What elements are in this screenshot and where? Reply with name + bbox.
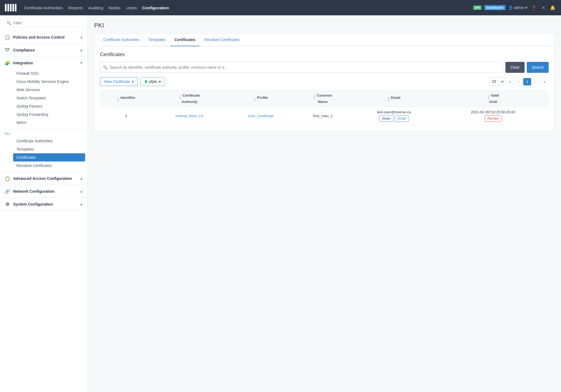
system-label: System Configuration — [13, 202, 53, 206]
clear-button[interactable]: Clear — [505, 62, 524, 73]
bell-icon[interactable]: 🔔 — [549, 4, 557, 11]
user-label: admin — [514, 5, 524, 10]
sidebar-header-system[interactable]: ⚙ System Configuration ▲ — [0, 198, 87, 211]
sidebar-item-certificate-authorities[interactable]: Certificate Authorities — [13, 137, 85, 145]
sidebar-section-compliance: 🛡 Compliance ▲ — [0, 44, 87, 57]
email-value: test-user@inverse.ca — [353, 110, 435, 114]
svg-rect-0 — [5, 4, 7, 11]
nav-configuration[interactable]: Configuration — [142, 4, 169, 11]
search-input-wrap: 🔍 — [100, 62, 503, 73]
sidebar-header-integration[interactable]: 🧩 Integration ▼ — [0, 57, 87, 69]
logo[interactable] — [4, 3, 18, 13]
tab-revoked-certificates[interactable]: Revoked Certificates — [200, 34, 244, 46]
policies-chevron-icon: ▲ — [80, 35, 83, 39]
tab-certificate-authorities[interactable]: Certificate Authorities — [99, 34, 144, 46]
advanced-chevron-icon: ▲ — [80, 177, 83, 180]
svg-rect-2 — [10, 4, 12, 11]
page-current-button[interactable]: 1 — [523, 78, 531, 85]
search-input[interactable] — [110, 65, 500, 70]
sort-profile-icon: ▲▼ — [253, 97, 256, 102]
sidebar-header-policies[interactable]: 📋 Policies and Access Control ▲ — [0, 31, 87, 44]
nav-status[interactable]: Certificate Authorities — [24, 4, 63, 11]
policies-icon: 📋 — [4, 34, 10, 40]
pfpki-label: pfpki — [149, 79, 157, 84]
new-cert-chevron-icon: ▾ — [132, 79, 134, 84]
network-icon: 🔗 — [4, 188, 10, 194]
table-row: 2 Inverse_Root_CA User_Certificate Test_… — [100, 107, 549, 125]
network-chevron-icon: ▲ — [80, 189, 83, 193]
page-next-button[interactable]: › — [532, 78, 539, 85]
sidebar-item-certificates[interactable]: Certificates — [13, 153, 85, 162]
help-icon[interactable]: ❓ — [530, 4, 538, 11]
tab-certificates[interactable]: Certificates — [170, 34, 200, 46]
email-button[interactable]: Email — [395, 115, 409, 122]
panel-title: Certificates — [100, 52, 549, 57]
network-label: Network Configuration — [13, 189, 55, 194]
sort-ca-icon: ▲▼ — [179, 95, 181, 100]
sidebar-section-integration: 🧩 Integration ▼ Firewall SSO Cisco Mobil… — [0, 57, 87, 129]
sidebar-item-wrix[interactable]: WRIX — [13, 119, 85, 127]
page-last-button[interactable]: » — [541, 78, 549, 85]
toolbar-row: New Certificate ▾ pfpki ▾ 25 50 100 — [100, 77, 549, 86]
sidebar-item-templates[interactable]: Templates — [13, 145, 85, 153]
sidebar-section-policies: 📋 Policies and Access Control ▲ — [0, 31, 87, 44]
ca-link[interactable]: Inverse_Root_CA — [175, 114, 204, 118]
sidebar-header-advanced[interactable]: 📋 Advanced Access Configuration ▲ — [0, 172, 87, 185]
cell-profile: User_Certificate — [227, 107, 295, 125]
nav-reports[interactable]: Reports — [68, 4, 83, 11]
col-certificate-authority[interactable]: ▲▼CertificateAuthority — [152, 91, 227, 107]
cell-identifier: 2 — [100, 107, 152, 125]
sidebar-item-syslog-parsers[interactable]: Syslog Parsers — [13, 102, 85, 110]
page-title: PKI — [94, 22, 554, 29]
dashboard-badge[interactable]: dashboard — [484, 5, 505, 10]
col-profile[interactable]: ▲▼Profile — [227, 91, 295, 107]
page-size-select[interactable]: 25 50 100 — [489, 77, 505, 86]
pki-group-label: PKI — [0, 129, 87, 137]
col-valid-until[interactable]: ▲▼ValidUntil — [437, 91, 549, 107]
col-email[interactable]: ▲▼Email — [351, 91, 437, 107]
pfpki-button[interactable]: pfpki ▾ — [141, 77, 165, 86]
col-common-name[interactable]: ▲▼CommonName — [295, 91, 350, 107]
sidebar-item-cisco[interactable]: Cisco Mobility Services Engine — [13, 77, 85, 86]
sidebar-header-network[interactable]: 🔗 Network Configuration ▲ — [0, 185, 87, 198]
sidebar-item-syslog-forwarding[interactable]: Syslog Forwarding — [13, 110, 85, 119]
advanced-label: Advanced Access Configuration — [13, 176, 72, 181]
sidebar-item-switch-templates[interactable]: Switch Templates — [13, 94, 85, 102]
compliance-label: Compliance — [13, 48, 35, 52]
page-prev-button[interactable]: ‹ — [515, 78, 522, 85]
sidebar-filter-input[interactable] — [4, 19, 83, 27]
sidebar-item-web-services[interactable]: Web Services — [13, 86, 85, 94]
sidebar-item-revoked-certificates[interactable]: Revoked Certificates — [13, 162, 85, 170]
download-button[interactable]: Down — [379, 115, 394, 122]
user-menu[interactable]: 👤 admin ▾ — [508, 5, 527, 10]
cell-common-name: Test_User_1 — [295, 107, 350, 125]
sidebar-header-compliance[interactable]: 🛡 Compliance ▲ — [0, 44, 87, 56]
pagination: 25 50 100 « ‹ 1 › » — [489, 77, 549, 86]
nav-auditing[interactable]: Auditing — [88, 4, 103, 11]
col-identifier[interactable]: ▲▼Identifier — [100, 91, 152, 107]
nav-users[interactable]: Users — [126, 4, 137, 11]
pfpki-status-dot — [145, 80, 147, 83]
search-icon: 🔍 — [103, 65, 108, 70]
svg-rect-1 — [7, 4, 9, 11]
integration-chevron-icon: ▼ — [80, 61, 83, 65]
policies-label: Policies and Access Control — [13, 35, 65, 39]
revoke-button[interactable]: Revoke — [485, 115, 502, 122]
new-certificate-button[interactable]: New Certificate ▾ — [100, 77, 138, 86]
profile-link[interactable]: User_Certificate — [248, 114, 273, 118]
pki-sub-items: Certificate Authorities Templates Certif… — [0, 137, 87, 172]
new-cert-label: New Certificate — [104, 79, 130, 84]
tab-templates[interactable]: Templates — [144, 34, 170, 46]
page-first-button[interactable]: « — [506, 78, 514, 85]
sort-identifier-icon: ▲▼ — [117, 97, 119, 102]
search-button[interactable]: Search — [527, 62, 549, 73]
search-row: 🔍 Clear Search — [100, 62, 549, 73]
nav-nodes[interactable]: Nodes — [108, 4, 120, 11]
certificates-panel: Certificates 🔍 Clear Search New Certific… — [95, 46, 554, 131]
sidebar-item-firewall-sso[interactable]: Firewall SSO — [13, 69, 85, 77]
pfpki-chevron-icon: ▾ — [159, 79, 161, 84]
cell-certificate-authority: Inverse_Root_CA — [152, 107, 227, 125]
top-nav: Certificate Authorities Reports Auditing… — [0, 0, 561, 15]
tools-icon[interactable]: ✕ — [540, 4, 546, 11]
cell-email: test-user@inverse.ca Down Email — [351, 107, 437, 125]
